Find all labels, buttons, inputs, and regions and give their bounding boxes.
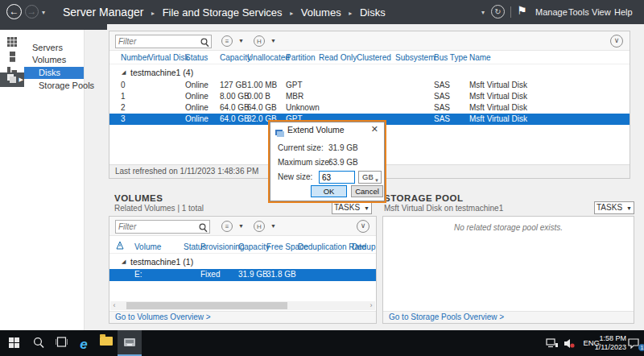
breadcrumb-separator-icon: ▸ [147,10,159,17]
windows-logo-icon [9,337,20,349]
alerts-column-icon[interactable] [116,241,124,252]
scroll-right-icon[interactable]: › [367,301,375,310]
column-header[interactable]: Dedup [352,242,375,251]
column-header[interactable]: Unallocated [247,53,290,62]
local-server-icon[interactable] [0,50,24,64]
volumes-filter-field[interactable] [115,220,210,234]
flag-icon[interactable]: ⚑ [517,4,527,17]
back-arrow-icon: ← [10,6,19,17]
saved-query-icon: H [254,221,265,232]
filter-criteria-button[interactable]: ≡ ▼ [221,220,246,234]
disk-row[interactable]: 2 Online 64.0 GB 64.0 GB Unknown SAS Msf… [109,102,630,114]
disk-row[interactable]: 1 Online 8.00 GB 0.00 B MBR SAS Msft Vir… [109,91,630,102]
breadcrumb: Server Manager ▸ File and Storage Servic… [63,6,386,19]
breadcrumb-separator-icon: ▸ [285,10,298,17]
column-header[interactable]: Number [121,53,150,62]
collapse-panel-button[interactable]: ∨ [357,220,369,233]
disks-filter-field[interactable] [115,35,212,48]
column-header[interactable]: Volume [134,242,161,251]
go-to-volumes-overview-link[interactable]: Go to Volumes Overview > [115,313,211,321]
collapse-panel-button[interactable]: ∨ [610,35,623,48]
strip-selected-arrow-icon: ▶ [19,77,23,83]
breadcrumb-item[interactable]: Volumes [301,6,341,19]
file-storage-services-icon[interactable]: ▶ [0,72,24,87]
go-to-storage-pools-overview-link[interactable]: Go to Storage Pools Overview > [389,313,504,321]
notifications-dropdown-icon[interactable]: ▾ [481,9,485,16]
column-header[interactable]: Partition [286,53,316,62]
horizontal-scrollbar[interactable]: ‹ › [110,301,375,310]
breadcrumb-separator-icon: ▸ [344,10,357,17]
scrollbar-thumb[interactable] [126,302,287,309]
column-header[interactable]: Capacity [238,242,270,251]
sidebar-item-servers[interactable]: Servers [24,42,84,54]
file-explorer-button[interactable] [95,330,118,356]
task-view-icon [56,337,68,347]
new-size-input[interactable] [319,171,355,184]
sidebar-item-storage-pools[interactable]: Storage Pools [24,80,84,92]
server-manager-taskbar-button[interactable] [118,330,142,356]
search-icon [199,221,208,236]
ok-button[interactable]: OK [311,185,347,197]
volumes-filter-toolbar: ≡ ▼ H ▼ ∨ [109,217,376,236]
sidebar-item-volumes[interactable]: Volumes [24,54,84,66]
back-button[interactable]: ← [6,4,22,19]
menu-help[interactable]: Help [614,7,633,17]
disks-filter-input[interactable] [118,35,194,48]
menu-tools[interactable]: Tools [568,7,589,17]
volumes-footer: Go to Volumes Overview > [109,311,376,323]
action-center-button[interactable]: 1 [628,330,642,356]
current-size-value: 31.9 GB [328,143,358,152]
scroll-left-icon[interactable]: ‹ [110,301,118,310]
volumes-subheading: Related Volumes | 1 total [114,204,204,213]
caret-down-icon: ▼ [270,38,276,43]
column-header[interactable]: Bus Type [434,53,468,62]
start-button[interactable] [3,330,26,356]
column-header[interactable]: Clustered [357,53,391,62]
task-view-button[interactable] [50,330,72,356]
menu-view[interactable]: View [592,7,611,17]
breadcrumb-item[interactable]: Server Manager [63,6,143,19]
disks-table-header: Number Virtual Disk Status Capacity Unal… [109,52,630,64]
volumes-table-header: Volume Status Provisioning Capacity Free… [109,241,376,254]
taskbar-search-button[interactable] [27,330,50,356]
cancel-button[interactable]: Cancel [351,185,383,197]
sidebar-item-disks[interactable]: Disks [24,67,84,79]
new-size-label: New size: [278,172,312,181]
caret-down-icon: ▼ [374,175,379,186]
breadcrumb-item[interactable]: File and Storage Services [163,6,283,19]
saved-queries-button[interactable]: H ▼ [253,35,279,48]
storage-pool-subheading: Msft Virtual Disk on testmachine1 [384,204,503,213]
volume-row-selected[interactable]: E: Fixed 31.9 GB 31.8 GB [109,269,376,281]
internet-explorer-button[interactable]: e [72,330,95,356]
volumes-group-row[interactable]: ◢ testmachine1 (1) [109,256,376,268]
column-header[interactable]: Read Only [319,53,357,62]
collapse-triangle-icon[interactable]: ◢ [122,259,126,265]
column-header[interactable]: Status [185,53,208,62]
volume-muted-icon[interactable] [564,330,578,356]
volumes-filter-input[interactable] [118,221,193,233]
breadcrumb-item[interactable]: Disks [360,6,386,19]
clock[interactable]: 1:58 PM 1/11/2023 [595,330,626,356]
desktop: ← → ▾ Server Manager ▸ File and Storage … [0,0,644,356]
close-icon[interactable]: ✕ [371,124,378,135]
disks-group-row[interactable]: ◢ testmachine1 (4) [109,67,630,79]
refresh-button[interactable]: ↻ [491,5,505,19]
saved-queries-button[interactable]: H ▼ [253,220,279,234]
volumes-tasks-button[interactable]: TASKS▼ [332,201,372,214]
filter-criteria-button[interactable]: ≡ ▼ [221,35,246,48]
menu-manage[interactable]: Manage [535,7,568,17]
unit-dropdown[interactable]: GB ▼ [358,171,382,184]
storage-pool-tasks-button[interactable]: TASKS▼ [594,201,634,214]
disk-row[interactable]: 0 Online 127 GB 1.00 MB GPT SAS Msft Vir… [109,80,630,91]
forward-button[interactable]: → [25,5,39,19]
empty-state-text: No related storage pool exists. [383,223,634,232]
extend-volume-dialog: Extend Volume ✕ Current size: 31.9 GB Ma… [270,122,385,201]
column-header[interactable]: Subsystem [395,53,435,62]
column-header[interactable]: Name [469,53,491,62]
column-header[interactable]: Virtual Disk [148,53,188,62]
search-icon [33,337,44,349]
network-icon[interactable] [546,330,560,356]
history-dropdown-icon[interactable]: ▾ [42,9,45,16]
collapse-triangle-icon[interactable]: ◢ [122,69,126,76]
dashboard-icon[interactable] [0,35,24,49]
